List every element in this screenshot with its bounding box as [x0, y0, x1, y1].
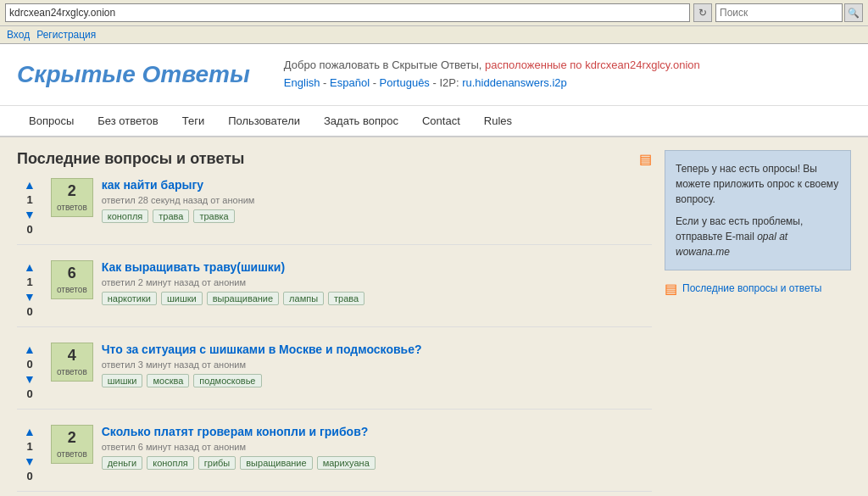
tag[interactable]: грибы — [198, 456, 236, 470]
question-item: ▲ 1 ▼ 0 6 ответов Как выращивать траву(ш… — [17, 260, 652, 327]
vote-down-button[interactable]: ▼ — [21, 454, 38, 468]
answer-count-box: 4 ответов — [51, 343, 93, 382]
address-bar[interactable]: kdrcxean24rxglcy.onion — [5, 3, 690, 22]
vote-box: ▲ 1 ▼ 0 — [17, 425, 42, 482]
vote-up-button[interactable]: ▲ — [21, 343, 38, 356]
tags: деньги конопля грибы выращивание марихуа… — [102, 456, 652, 470]
vote-down-button[interactable]: ▼ — [21, 208, 38, 221]
nav-users[interactable]: Пользователи — [216, 106, 312, 136]
answer-count: 2 — [57, 182, 87, 200]
tag[interactable]: марихуана — [317, 456, 376, 470]
address-text: kdrcxean24rxglcy.onion — [9, 7, 115, 19]
address-bar-row: kdrcxean24rxglcy.onion ↻ 🔍 — [0, 0, 868, 26]
sidebar-poll-box: Теперь у нас есть опросы! Вы можете прил… — [665, 150, 851, 270]
question-meta: ответил 6 минут назад от аноним — [102, 442, 652, 452]
vote-up-button[interactable]: ▲ — [21, 178, 38, 192]
question-title[interactable]: Что за ситуация с шишками в Москве и под… — [102, 343, 652, 356]
sidebar-rss-label: Последние вопросы и ответы — [682, 282, 821, 294]
question-title[interactable]: Сколько платят гроверам конопли и грибов… — [102, 425, 652, 438]
question-body: как найти барыгу ответил 28 секунд назад… — [102, 178, 652, 223]
tag[interactable]: выращивание — [207, 292, 279, 305]
vote-box: ▲ 1 ▼ 0 — [17, 178, 42, 236]
rss-icon[interactable]: ▤ — [639, 151, 652, 167]
tag[interactable]: конопля — [102, 209, 149, 223]
sidebar-rss-link[interactable]: ▤ Последние вопросы и ответы — [665, 281, 851, 297]
vote-count-up: 1 — [26, 440, 32, 453]
register-link[interactable]: Регистрация — [36, 29, 96, 41]
tag[interactable]: наркотики — [102, 292, 157, 305]
site-url: расположенные по kdrcxean24rxglcy.onion — [485, 59, 700, 71]
tag[interactable]: шишки — [161, 292, 203, 305]
nav-ask[interactable]: Задать вопрос — [312, 106, 410, 136]
main-layout: Последние вопросы и ответы ▤ ▲ 1 ▼ 0 2 о… — [0, 137, 868, 496]
browser-nav-bar: Вход Регистрация — [0, 26, 868, 43]
answer-count-box: 6 ответов — [51, 260, 93, 299]
site-header: Скрытые Ответы Добро пожаловать в Скрыты… — [0, 44, 868, 106]
lang-i2p[interactable]: ru.hiddenanswers.i2p — [462, 76, 567, 89]
section-title: Последние вопросы и ответы — [17, 150, 244, 168]
answer-label: ответов — [57, 367, 87, 376]
answer-label: ответов — [57, 449, 87, 459]
browser-search-input[interactable] — [715, 3, 843, 22]
question-body: Как выращивать траву(шишки) ответил 2 ми… — [102, 260, 652, 305]
main-nav: Вопросы Без ответов Теги Пользователи За… — [0, 106, 868, 137]
answer-count-box: 2 ответов — [51, 178, 93, 217]
tag[interactable]: деньги — [102, 456, 143, 470]
nav-unanswered[interactable]: Без ответов — [86, 106, 170, 136]
question-body: Сколько платят гроверам конопли и грибов… — [102, 425, 652, 470]
tag[interactable]: лампы — [283, 292, 324, 305]
lang-spanish[interactable]: Español — [330, 76, 370, 89]
lang-portuguese[interactable]: Português — [380, 76, 430, 89]
refresh-button[interactable]: ↻ — [693, 3, 712, 22]
tag[interactable]: травка — [193, 209, 234, 223]
sidebar: Теперь у нас есть опросы! Вы можете прил… — [665, 150, 851, 496]
vote-box: ▲ 0 ▼ 0 — [17, 343, 42, 400]
question-meta: ответил 3 минут назад от аноним — [102, 359, 652, 370]
browser-search-area: 🔍 — [715, 3, 863, 22]
tags: наркотики шишки выращивание лампы трава — [102, 292, 652, 305]
nav-contact[interactable]: Contact — [410, 106, 472, 136]
welcome-line: Добро пожаловать в Скрытые Ответы, распо… — [284, 57, 700, 75]
question-body: Что за ситуация с шишками в Москве и под… — [102, 343, 652, 387]
browser-chrome: kdrcxean24rxglcy.onion ↻ 🔍 Вход Регистра… — [0, 0, 868, 44]
vote-up-button[interactable]: ▲ — [21, 260, 38, 274]
vote-count-up: 1 — [26, 193, 32, 206]
question-meta: ответил 28 секунд назад от аноним — [102, 195, 652, 205]
vote-count-down: 0 — [26, 470, 32, 482]
login-link[interactable]: Вход — [7, 29, 30, 41]
vote-count-down: 0 — [26, 387, 32, 400]
lang-english[interactable]: English — [284, 76, 320, 89]
browser-search-button[interactable]: 🔍 — [844, 3, 863, 22]
vote-count-down: 0 — [26, 305, 32, 318]
refresh-icon: ↻ — [698, 7, 707, 19]
tag[interactable]: трава — [328, 292, 364, 305]
question-item: ▲ 1 ▼ 0 2 ответов как найти барыгу ответ… — [17, 178, 652, 245]
section-heading: Последние вопросы и ответы ▤ — [17, 150, 652, 168]
tag[interactable]: шишки — [102, 374, 143, 387]
lang-links: English - Español - Português - I2P: ru.… — [284, 75, 700, 92]
nav-questions[interactable]: Вопросы — [17, 106, 86, 136]
tag[interactable]: трава — [153, 209, 189, 223]
tags: шишки москва подмосковье — [102, 374, 652, 387]
question-title[interactable]: как найти барыгу — [102, 178, 652, 192]
vote-down-button[interactable]: ▼ — [21, 290, 38, 304]
vote-box: ▲ 1 ▼ 0 — [17, 260, 42, 318]
site-title: Скрытые Ответы — [17, 61, 250, 88]
tag[interactable]: конопля — [147, 456, 194, 470]
vote-down-button[interactable]: ▼ — [21, 372, 38, 386]
question-title[interactable]: Как выращивать траву(шишки) — [102, 260, 652, 274]
nav-tags[interactable]: Теги — [170, 106, 216, 136]
nav-rules[interactable]: Rules — [472, 106, 524, 136]
sidebar-poll-text: Теперь у нас есть опросы! Вы можете прил… — [676, 161, 840, 207]
vote-count-up: 1 — [26, 276, 32, 288]
tag[interactable]: подмосковье — [193, 374, 261, 387]
answer-count-box: 2 ответов — [51, 425, 93, 464]
tag[interactable]: выращивание — [240, 456, 312, 470]
sidebar-contact-text: Если у вас есть проблемы, отправьте E-ma… — [676, 214, 840, 259]
tag[interactable]: москва — [147, 374, 189, 387]
vote-up-button[interactable]: ▲ — [21, 425, 38, 438]
rss-icon: ▤ — [665, 281, 677, 297]
search-icon: 🔍 — [848, 8, 860, 19]
welcome-prefix: Добро пожаловать в Скрытые Ответы, — [284, 59, 485, 71]
answer-count: 2 — [57, 429, 87, 447]
